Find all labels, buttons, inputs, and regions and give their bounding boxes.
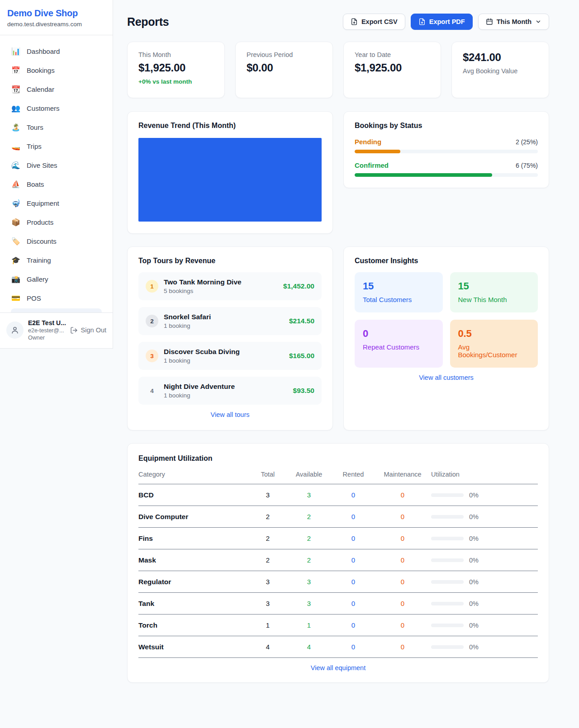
sign-out-label: Sign Out (81, 326, 106, 334)
status-bar-track (355, 173, 538, 177)
tour-bookings: 1 booking (164, 392, 288, 399)
sidebar-item-equipment[interactable]: 🤿 Equipment (5, 194, 107, 213)
utilization-label: 0% (469, 492, 479, 499)
equipment-utilization-cell: 0% (431, 600, 538, 607)
equipment-category: Fins (138, 534, 250, 543)
sign-out-button[interactable]: Sign Out (70, 326, 106, 334)
stat-label: Year to Date (355, 51, 430, 58)
credit-card-icon: 💳 (11, 294, 21, 303)
insight-tiles: 15 Total Customers 15 New This Month 0 R… (355, 272, 538, 368)
stat-value: $241.00 (463, 51, 538, 64)
equipment-utilization-cell: 0% (431, 557, 538, 564)
top-tours-card: Top Tours by Revenue 1 Two Tank Morning … (127, 246, 333, 430)
chevron-down-icon (535, 19, 541, 25)
sidebar-item-label: Gallery (27, 275, 48, 283)
equipment-total: 3 (250, 600, 285, 607)
table-row: BCD 3 3 0 0 0% (138, 484, 538, 506)
equipment-rented: 0 (332, 491, 374, 499)
export-csv-button[interactable]: Export CSV (343, 14, 405, 30)
view-all-tours-link[interactable]: View all tours (138, 405, 322, 421)
sidebar-item-label: Products (27, 218, 53, 226)
stat-label: Avg Booking Value (463, 67, 538, 75)
sidebar-item-label: Equipment (27, 199, 59, 207)
equipment-available: 3 (285, 491, 332, 499)
sidebar-item-reports-partial[interactable] (11, 308, 102, 312)
diving-mask-icon: 🤿 (11, 199, 21, 208)
sidebar-item-dive-sites[interactable]: 🌊 Dive Sites (5, 156, 107, 175)
status-row-confirmed: Confirmed 6 (75%) (355, 161, 538, 177)
equipment-total: 3 (250, 578, 285, 586)
table-row: Mask 2 2 0 0 0% (138, 549, 538, 571)
equipment-available: 2 (285, 534, 332, 542)
tour-rows: 1 Two Tank Morning Dive 5 bookings $1,45… (138, 272, 322, 405)
tile-label: New This Month (458, 296, 530, 303)
equipment-utilization-cell: 0% (431, 513, 538, 520)
sidebar-item-label: Training (27, 256, 51, 264)
tour-bookings: 1 booking (164, 322, 284, 329)
sidebar-item-label: Dashboard (27, 47, 60, 55)
main-content: Reports Export CSV Export PDF (113, 0, 579, 728)
sidebar-item-gallery[interactable]: 📸 Gallery (5, 269, 107, 288)
tour-bookings: 1 booking (164, 357, 284, 364)
rank-badge: 1 (146, 280, 158, 293)
equipment-utilization-cell: 0% (431, 492, 538, 499)
utilization-bar (431, 558, 464, 562)
equipment-maintenance: 0 (374, 621, 431, 629)
brand-domain: demo.test.divestreams.com (7, 21, 105, 28)
stat-value: $1,925.00 (355, 61, 430, 74)
sidebar-panel: Demo Dive Shop demo.test.divestreams.com… (0, 0, 113, 349)
equipment-category: BCD (138, 491, 250, 499)
sidebar-item-calendar[interactable]: 📆 Calendar (5, 80, 107, 99)
customer-insights-card: Customer Insights 15 Total Customers 15 … (343, 246, 549, 430)
tile-value: 15 (363, 280, 435, 292)
export-pdf-button[interactable]: Export PDF (411, 14, 473, 30)
tour-row[interactable]: 2 Snorkel Safari 1 booking $214.50 (138, 307, 322, 335)
tour-name: Night Dive Adventure (164, 383, 288, 391)
revenue-trend-card: Revenue Trend (This Month) (127, 111, 333, 234)
equipment-utilization-cell: 0% (431, 643, 538, 651)
equipment-rented: 0 (332, 513, 374, 520)
sidebar-item-discounts[interactable]: 🏷️ Discounts (5, 232, 107, 251)
sidebar-item-trips[interactable]: 🚤 Trips (5, 137, 107, 156)
view-all-equipment-link[interactable]: View all equipment (138, 658, 538, 674)
period-selector[interactable]: This Month (478, 14, 549, 30)
equipment-maintenance: 0 (374, 643, 431, 651)
sidebar-item-products[interactable]: 📦 Products (5, 213, 107, 232)
utilization-label: 0% (469, 643, 479, 651)
sidebar-item-pos[interactable]: 💳 POS (5, 288, 107, 307)
tour-row[interactable]: 3 Discover Scuba Diving 1 booking $165.0… (138, 342, 322, 370)
view-all-customers-link[interactable]: View all customers (355, 368, 538, 384)
utilization-bar (431, 493, 464, 497)
sidebar-item-customers[interactable]: 👥 Customers (5, 99, 107, 118)
sidebar-item-bookings[interactable]: 📅 Bookings (5, 61, 107, 80)
sidebar-item-label: Boats (27, 180, 44, 188)
user-role: Owner (28, 335, 66, 341)
sidebar-item-tours[interactable]: 🏝️ Tours (5, 118, 107, 137)
tour-row[interactable]: 1 Two Tank Morning Dive 5 bookings $1,45… (138, 272, 322, 300)
col-utilization: Utilization (431, 471, 538, 478)
file-download-icon (351, 18, 358, 25)
equipment-total: 2 (250, 556, 285, 564)
equipment-rented: 0 (332, 643, 374, 651)
equipment-total: 3 (250, 491, 285, 499)
table-row: Wetsuit 4 4 0 0 0% (138, 636, 538, 658)
sidebar-item-boats[interactable]: ⛵ Boats (5, 175, 107, 194)
utilization-bar (431, 537, 464, 540)
equipment-utilization-cell: 0% (431, 578, 538, 586)
tile-avg-bookings-customer: 0.5 Avg Bookings/Customer (450, 320, 538, 368)
utilization-label: 0% (469, 578, 479, 586)
table-row: Fins 2 2 0 0 0% (138, 528, 538, 549)
sidebar-item-training[interactable]: 🎓 Training (5, 251, 107, 269)
utilization-label: 0% (469, 513, 479, 520)
file-download-icon (418, 18, 426, 25)
equipment-utilization-card: Equipment Utilization Category Total Ava… (127, 443, 549, 683)
dashboard-icon: 📊 (11, 47, 21, 56)
insights-row: Top Tours by Revenue 1 Two Tank Morning … (127, 246, 549, 430)
stat-cards: This Month $1,925.00 +0% vs last month P… (127, 42, 549, 98)
utilization-bar (431, 515, 464, 519)
user-email: e2e-tester@... (28, 327, 66, 334)
tour-row[interactable]: 4 Night Dive Adventure 1 booking $93.50 (138, 377, 322, 405)
equipment-available: 2 (285, 556, 332, 564)
sidebar-item-dashboard[interactable]: 📊 Dashboard (5, 42, 107, 61)
bookings-by-status-card: Bookings by Status Pending 2 (25%) Confi… (343, 111, 549, 188)
